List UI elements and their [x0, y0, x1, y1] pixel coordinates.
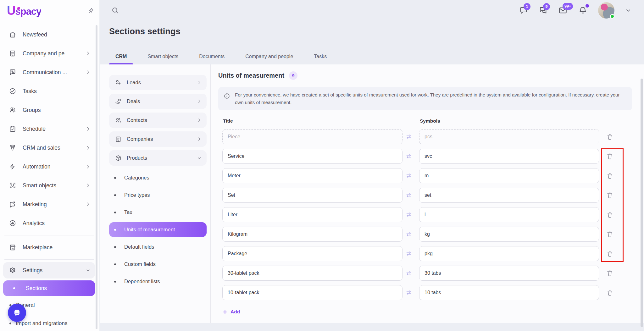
tab-company-and-people[interactable]: Company and people: [239, 54, 299, 64]
bullet-dot: [114, 281, 116, 283]
unit-symbol-input[interactable]: [419, 266, 599, 281]
chevron-down-icon: [86, 268, 91, 273]
chevron-right-icon: [197, 80, 202, 85]
unit-symbol-input[interactable]: [419, 129, 599, 144]
unit-symbol-input[interactable]: [419, 188, 599, 203]
swap-arrows-icon: [405, 250, 413, 257]
sidebar-item-marketing[interactable]: Marketing: [3, 195, 95, 214]
subnav-item-units-of-measurement[interactable]: Units of measurement: [109, 222, 207, 237]
unit-title-input[interactable]: [222, 207, 402, 222]
tab-documents[interactable]: Documents: [193, 54, 231, 64]
subnav-item-label: Custom fields: [124, 261, 156, 267]
subnav-item-label: Contacts: [127, 117, 147, 123]
subnav-item-tax[interactable]: Tax: [109, 204, 207, 221]
sidebar-item-label: Automation: [23, 163, 51, 170]
search-icon[interactable]: [111, 6, 119, 14]
unit-symbol-input[interactable]: [419, 227, 599, 242]
sidebar-item-marketplace[interactable]: Marketplace: [3, 238, 95, 257]
chevron-right-icon: [86, 202, 91, 207]
sidebar-scrollbar[interactable]: [96, 25, 97, 329]
notifications-bell-icon[interactable]: [578, 6, 587, 15]
column-header-title: Title: [223, 118, 233, 124]
chat-phone-icon: [9, 69, 16, 76]
unit-symbol-input[interactable]: [419, 246, 599, 261]
subnav-item-custom-fields[interactable]: Custom fields: [109, 256, 207, 273]
unit-title-input[interactable]: [222, 188, 402, 203]
unit-row: [218, 207, 632, 222]
sidebar-item-automation[interactable]: Automation: [3, 157, 95, 176]
unit-title-input[interactable]: [222, 149, 402, 164]
bullet-dot: [13, 287, 15, 289]
trash-icon[interactable]: [606, 289, 613, 296]
sidebar-item-groups[interactable]: Groups: [3, 101, 95, 119]
crm-sections-nav: Leads Deals Contacts Companies Products: [109, 75, 207, 290]
sidebar-item-company-and-people[interactable]: Company and pe...: [3, 44, 95, 63]
trash-icon[interactable]: [606, 152, 613, 160]
trash-icon[interactable]: [606, 191, 613, 199]
sidebar-item-smart-objects[interactable]: Smart objects: [3, 176, 95, 195]
subnav-item-dependent-lists[interactable]: Dependent lists: [109, 273, 207, 290]
content-card: Leads Deals Contacts Companies Products: [100, 64, 644, 323]
trash-icon[interactable]: [606, 250, 613, 257]
sidebar-subitem-sections[interactable]: Sections: [3, 280, 95, 296]
subnav-item-label: Dependent lists: [124, 279, 160, 284]
calendar-icon: [9, 125, 16, 133]
unit-symbol-input[interactable]: [419, 149, 599, 164]
subnav-item-price-types[interactable]: Price types: [109, 186, 207, 204]
trash-icon[interactable]: [606, 172, 613, 179]
sidebar-item-settings[interactable]: Settings: [3, 262, 95, 279]
avatar[interactable]: [598, 2, 614, 19]
sidebar-item-tasks[interactable]: Tasks: [3, 82, 95, 101]
unit-title-input[interactable]: [222, 246, 402, 261]
sidebar-item-label: CRM and sales: [23, 145, 60, 151]
subnav-item-contacts[interactable]: Contacts: [109, 113, 207, 128]
contacts-people-icon: [115, 117, 122, 124]
unit-row: [218, 188, 632, 203]
swap-arrows-icon: [405, 211, 413, 218]
window-scrollbar[interactable]: [641, 79, 643, 327]
subnav-item-default-fields[interactable]: Default fields: [109, 238, 207, 256]
sidebar-item-newsfeed[interactable]: Newsfeed: [3, 25, 95, 44]
unit-title-input[interactable]: [222, 168, 402, 183]
subnav-item-label: Companies: [127, 136, 153, 142]
subnav-item-deals[interactable]: Deals: [109, 94, 207, 109]
funnel-stack-icon: [9, 144, 16, 152]
unit-row: [218, 285, 632, 300]
unit-symbol-input[interactable]: [419, 207, 599, 222]
sidebar-item-analytics[interactable]: Analytics: [3, 214, 95, 233]
unit-symbol-input[interactable]: [419, 168, 599, 183]
pin-sidebar-icon[interactable]: [87, 7, 94, 14]
subnav-item-products[interactable]: Products: [109, 150, 207, 166]
subnav-item-companies[interactable]: Companies: [109, 131, 207, 147]
chevron-right-icon: [197, 99, 202, 104]
messenger-icon[interactable]: 1: [519, 6, 528, 15]
unit-row: [218, 149, 632, 164]
trash-icon[interactable]: [606, 133, 613, 141]
page-header: Sections settings CRM Smart objects Docu…: [100, 20, 644, 64]
sidebar-item-label: Settings: [23, 267, 42, 274]
group-chat-icon[interactable]: 9: [539, 6, 547, 15]
tab-tasks[interactable]: Tasks: [308, 54, 333, 64]
support-chat-button[interactable]: [8, 304, 26, 322]
unit-title-input[interactable]: [222, 129, 402, 144]
unit-title-input[interactable]: [222, 227, 402, 242]
cube-icon: [115, 155, 122, 162]
sidebar-item-schedule[interactable]: Schedule: [3, 119, 95, 138]
tab-smart-objects[interactable]: Smart objects: [141, 54, 185, 64]
subnav-item-leads[interactable]: Leads: [109, 75, 207, 90]
mail-icon[interactable]: 99+: [558, 6, 568, 15]
add-unit-button[interactable]: Add: [222, 309, 240, 315]
subnav-item-label: Categories: [124, 175, 149, 181]
profile-chevron-down-icon[interactable]: [625, 7, 631, 14]
trash-icon[interactable]: [606, 211, 613, 218]
unit-title-input[interactable]: [222, 266, 402, 281]
unit-title-input[interactable]: [222, 285, 402, 300]
trash-icon[interactable]: [606, 269, 613, 277]
subnav-item-categories[interactable]: Categories: [109, 169, 207, 186]
tab-crm[interactable]: CRM: [109, 54, 133, 64]
uspacy-logo[interactable]: Uspacy: [7, 4, 41, 18]
trash-icon[interactable]: [606, 230, 613, 238]
sidebar-item-communication[interactable]: Communication ...: [3, 63, 95, 82]
sidebar-item-crm-and-sales[interactable]: CRM and sales: [3, 138, 95, 157]
unit-symbol-input[interactable]: [419, 285, 599, 300]
